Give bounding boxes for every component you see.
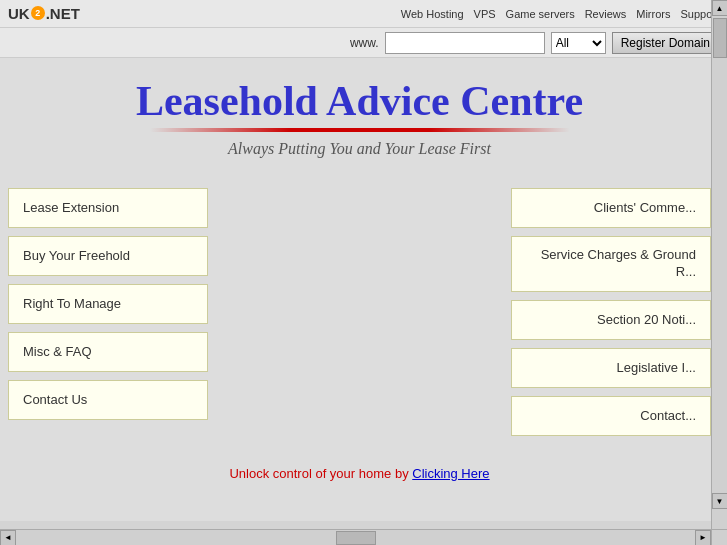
footer-text-before: Unlock control of your home by <box>229 466 412 481</box>
nav-links: Web Hosting VPS Game servers Reviews Mir… <box>401 8 719 20</box>
nav-mirrors[interactable]: Mirrors <box>636 8 670 20</box>
nav-btn-contact-right[interactable]: Contact... <box>511 396 711 436</box>
nav-btn-section-20[interactable]: Section 20 Noti... <box>511 300 711 340</box>
nav-btn-contact-us[interactable]: Contact Us <box>8 380 208 420</box>
logo-area: UK .NET <box>8 5 80 22</box>
header-section: Leasehold Advice Centre Always Putting Y… <box>8 58 711 168</box>
nav-btn-misc-faq[interactable]: Misc & FAQ <box>8 332 208 372</box>
nav-btn-service-charges[interactable]: Service Charges & Ground R... <box>511 236 711 292</box>
main-content: Leasehold Advice Centre Always Putting Y… <box>0 58 727 521</box>
hscroll-right-button[interactable]: ► <box>695 530 711 546</box>
footer-text: Unlock control of your home by Clicking … <box>8 446 711 491</box>
www-label: www. <box>350 36 379 50</box>
logo-net: .NET <box>46 5 80 22</box>
nav-area: Lease Extension Buy Your Freehold Right … <box>8 168 711 446</box>
left-nav: Lease Extension Buy Your Freehold Right … <box>8 188 208 436</box>
register-domain-button[interactable]: Register Domain <box>612 32 719 54</box>
site-title: Leasehold Advice Centre <box>8 78 711 124</box>
nav-vps[interactable]: VPS <box>474 8 496 20</box>
bottom-bar: ◄ ► <box>0 529 711 545</box>
nav-reviews[interactable]: Reviews <box>585 8 627 20</box>
right-nav: Clients' Comme... Service Charges & Grou… <box>511 188 711 436</box>
subtitle: Always Putting You and Your Lease First <box>8 140 711 158</box>
scroll-bar: ▲ ▼ <box>711 0 727 545</box>
domain-bar: www. All .com .co.uk .net .org Register … <box>0 28 727 58</box>
logo-uk: UK <box>8 5 30 22</box>
scroll-up-button[interactable]: ▲ <box>712 0 728 16</box>
scroll-down-button[interactable]: ▼ <box>712 493 728 509</box>
nav-btn-legislative[interactable]: Legislative I... <box>511 348 711 388</box>
domain-select[interactable]: All .com .co.uk .net .org <box>551 32 606 54</box>
hscroll-track <box>16 530 695 546</box>
nav-btn-buy-freehold[interactable]: Buy Your Freehold <box>8 236 208 276</box>
clicking-here-link[interactable]: Clicking Here <box>412 466 489 481</box>
nav-btn-clients-comments[interactable]: Clients' Comme... <box>511 188 711 228</box>
nav-game-servers[interactable]: Game servers <box>506 8 575 20</box>
nav-web-hosting[interactable]: Web Hosting <box>401 8 464 20</box>
nav-btn-lease-extension[interactable]: Lease Extension <box>8 188 208 228</box>
nav-btn-right-to-manage[interactable]: Right To Manage <box>8 284 208 324</box>
red-underline <box>150 128 570 132</box>
hscroll-thumb[interactable] <box>336 531 376 545</box>
corner-box <box>711 529 727 545</box>
top-bar: UK .NET Web Hosting VPS Game servers Rev… <box>0 0 727 28</box>
scroll-thumb[interactable] <box>713 18 727 58</box>
hscroll-left-button[interactable]: ◄ <box>0 530 16 546</box>
logo-circle <box>31 6 45 20</box>
domain-input[interactable] <box>385 32 545 54</box>
